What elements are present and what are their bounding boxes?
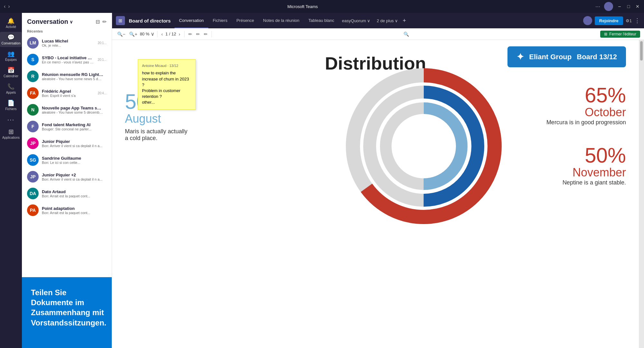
chat-list-item[interactable]: F Fond talent Marketing AI Bouger: Ste c…: [22, 118, 112, 135]
add-tab-button[interactable]: +: [402, 17, 406, 24]
chat-list-item[interactable]: S SYBO - Local initiative workshop P... …: [22, 51, 112, 68]
chat-list: LM Lucas Michel Ok, je rete... 20:1... S…: [22, 34, 112, 277]
tab-presence[interactable]: Présence: [232, 13, 259, 28]
tab-fichiers[interactable]: Fichiers: [208, 13, 232, 28]
channel-name: Board of directors: [129, 18, 171, 24]
chat-list-item[interactable]: JP Junior Piquier +2 Bon: Arriver il vie…: [22, 168, 112, 185]
chat-info: Fond talent Marketing AI Bouger: Ste con…: [42, 122, 103, 131]
chat-name: Junior Piquier: [42, 139, 103, 144]
zoom-level: 80 %: [140, 32, 149, 36]
chat-name: Fond talent Marketing AI: [42, 122, 103, 127]
tab-notes[interactable]: Notes de la réunion: [259, 13, 304, 28]
chat-avatar: JP: [27, 171, 39, 183]
more-icon: ···: [7, 116, 14, 123]
chat-sidebar-header: Conversation ∨ ⊟ ✏: [22, 13, 112, 28]
conversation-label: Conversation: [2, 42, 21, 45]
chat-list-item[interactable]: DA Dato Artaud Bon: Arrait est la paquet…: [22, 185, 112, 202]
page-nav-group: ‹ 1 / 12 ›: [160, 31, 182, 37]
tab-easyquorum[interactable]: easyQuorum ∨: [339, 18, 374, 23]
teams-label: Équipes: [5, 58, 17, 61]
tab-tableau-blanc[interactable]: Tableau blanc: [304, 13, 339, 28]
left-stat-desc: Maris is actually actually a cold place.: [125, 128, 189, 142]
chat-avatar: N: [27, 104, 39, 116]
chat-list-item[interactable]: LM Lucas Michel Ok, je rete... 20:1...: [22, 34, 112, 51]
channel-more-icon[interactable]: ⋮: [634, 17, 640, 24]
sidebar-item-files[interactable]: 📄 Fichiers: [0, 98, 22, 113]
chat-avatar: JP: [27, 137, 39, 149]
chat-list-item[interactable]: FA Frédéric Agnel Bon: Esprit il vient s…: [22, 85, 112, 101]
chat-name: Dato Artaud: [42, 189, 103, 194]
edit-button-1[interactable]: ✏: [187, 31, 194, 37]
rejoindre-button[interactable]: Rejoindre: [595, 16, 623, 25]
conversation-icon: 💬: [7, 34, 14, 41]
tab-more[interactable]: 2 de plus ∨: [374, 18, 401, 23]
page-indicator: 1 / 12: [166, 32, 176, 36]
chat-list-item[interactable]: SG Sandrine Guillaume Bon: Le ici si con…: [22, 152, 112, 168]
chat-list-item[interactable]: PA Point adaptation Bon: Arrait est la p…: [22, 202, 112, 219]
files-icon: 📄: [7, 99, 14, 107]
activity-icon: 🔔: [7, 17, 14, 24]
chat-info: Point adaptation Bon: Arrait est la paqu…: [42, 206, 103, 215]
filter-icon[interactable]: ⊟: [96, 19, 100, 25]
chat-name: Nouvelle page App Teams sur ChatBot...: [42, 106, 103, 110]
eliant-board-label: Board 13/12: [577, 53, 617, 61]
chat-info: Sandrine Guillaume Bon: Le ici si con ce…: [42, 156, 103, 165]
participants-button[interactable]: ⚙1: [626, 18, 632, 23]
edit-group: ✏ ✏ ✏: [187, 31, 209, 37]
chat-preview: Bon: Esprit il vient s'a: [42, 94, 94, 98]
sidebar-item-apps[interactable]: ⊞ Applications: [0, 126, 22, 141]
maximize-button[interactable]: □: [626, 4, 631, 9]
chat-list-item[interactable]: N Nouvelle page App Teams sur ChatBot...…: [22, 101, 112, 118]
chat-preview: Bouger: Ste conceal ne parler...: [42, 127, 103, 131]
chat-name: Réunion mensuelle RG Light-Résolut...: [42, 72, 103, 77]
title-chevron-icon: ∨: [70, 19, 73, 24]
close-button[interactable]: ✕: [635, 4, 640, 9]
channel-avatar: [583, 16, 592, 25]
next-page-button[interactable]: ›: [177, 31, 182, 37]
calendar-label: Calendrier: [4, 74, 18, 78]
toolbar-divider-3: [212, 31, 212, 37]
sticky-author: Antoine Micaud · 13/12: [142, 63, 192, 68]
sticky-text: how to explain the increase of churn in …: [142, 70, 192, 105]
sidebar-item-calls[interactable]: 📞 Appels: [0, 81, 22, 96]
apps-icon: ⊞: [7, 128, 14, 135]
chat-preview: Bon: Arriver il vient si ca deplait il n…: [42, 177, 103, 181]
chat-list-item[interactable]: JP Junior Piquier Bon: Arriver il vient …: [22, 135, 112, 152]
close-editor-button[interactable]: ⊞ Fermer l'éditeur: [600, 31, 640, 38]
apps-label: Applications: [2, 136, 20, 139]
right-stat-1: 65% October Mercura is in good progressi…: [546, 85, 626, 126]
right-stats: 65% October Mercura is in good progressi…: [546, 85, 626, 205]
chat-time: 20:1...: [98, 41, 107, 45]
zoom-out-button[interactable]: 🔍−: [116, 31, 127, 37]
sidebar-item-more[interactable]: ···: [0, 114, 22, 125]
user-avatar[interactable]: [604, 2, 613, 11]
zoom-in-button[interactable]: 🔍+: [128, 31, 138, 37]
sidebar-item-teams[interactable]: 👥 Équipes: [0, 48, 22, 63]
promo-banner: Teilen Sie Dokumente im Zusammenhang mit…: [22, 277, 112, 348]
edit-button-2[interactable]: ✏: [195, 31, 201, 37]
chat-preview: Bon: Le ici si con cette...: [42, 161, 103, 165]
channel-icon: ⊞: [116, 16, 125, 25]
main-content: ⊞ Board of directors Conversation Fichie…: [112, 13, 644, 348]
recentes-label: Récentes: [22, 28, 112, 34]
sidebar-item-calendar[interactable]: 📅 Calendrier: [0, 65, 22, 80]
minimize-button[interactable]: −: [617, 4, 622, 9]
files-label: Fichiers: [5, 107, 16, 111]
prev-page-button[interactable]: ‹: [160, 31, 164, 37]
chat-info: Junior Piquier +2 Bon: Arriver il vient …: [42, 173, 103, 181]
more-options-icon[interactable]: ···: [595, 3, 600, 10]
chat-list-item[interactable]: R Réunion mensuelle RG Light-Résolut... …: [22, 68, 112, 85]
search-button[interactable]: 🔍: [402, 31, 410, 37]
sidebar-item-activity[interactable]: 🔔 Activité: [0, 15, 22, 31]
back-button[interactable]: ‹: [4, 4, 5, 9]
app-title: Microsoft Teams: [10, 4, 595, 9]
tab-conversation[interactable]: Conversation: [175, 13, 208, 28]
chat-preview: aleatoire - You have some news 5 décembr…: [42, 77, 103, 81]
zoom-chevron-icon[interactable]: ∨: [151, 31, 155, 37]
chat-avatar: PA: [27, 204, 39, 216]
edit-button-3[interactable]: ✏: [203, 31, 209, 37]
compose-icon[interactable]: ✏: [102, 19, 107, 25]
doc-scrollbar[interactable]: [639, 40, 644, 348]
scrollbar-thumb[interactable]: [640, 41, 643, 61]
sidebar-item-conversation[interactable]: 💬 Conversation: [0, 32, 22, 47]
